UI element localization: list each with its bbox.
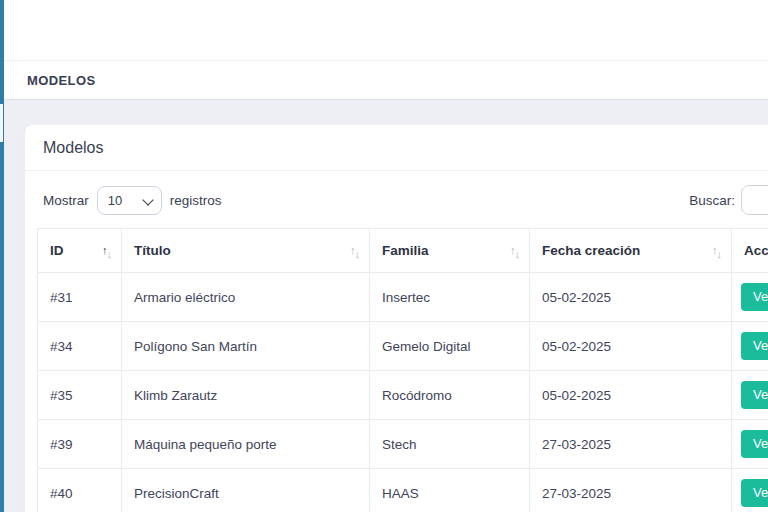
length-menu-label-after: registros bbox=[170, 193, 222, 208]
column-header-fecha[interactable]: Fecha creación ↑↓ bbox=[530, 229, 732, 273]
ver-button[interactable]: Ver bbox=[741, 479, 768, 507]
ver-button[interactable]: Ver bbox=[741, 283, 768, 311]
modelos-table: ID ↑↓ Título ↑↓ Familia ↑↓ bbox=[37, 228, 768, 512]
table-controls: Mostrar 10 registros Buscar: bbox=[37, 171, 768, 228]
page-length-select-wrap: 10 bbox=[97, 186, 162, 215]
sort-icons: ↑↓ bbox=[712, 244, 721, 255]
cell-fecha: 05-02-2025 bbox=[530, 371, 732, 420]
table-row: #31 Armario eléctrico Insertec 05-02-202… bbox=[38, 273, 768, 322]
breadcrumb-bar: MODELOS bbox=[4, 61, 768, 99]
table-row: #40 PrecisionCraft HAAS 27-03-2025 Ver bbox=[38, 469, 768, 512]
table-header-row: ID ↑↓ Título ↑↓ Familia ↑↓ bbox=[38, 229, 768, 273]
cell-familia: HAAS bbox=[370, 469, 530, 512]
sidebar-active-item-notch bbox=[0, 104, 3, 142]
search-label: Buscar: bbox=[689, 193, 735, 208]
column-header-id[interactable]: ID ↑↓ bbox=[38, 229, 122, 273]
page-title: MODELOS bbox=[27, 73, 96, 88]
card-body: Mostrar 10 registros Buscar: bbox=[25, 171, 768, 512]
table-row: #39 Máquina pequeño porte Stech 27-03-20… bbox=[38, 420, 768, 469]
cell-fecha: 27-03-2025 bbox=[530, 420, 732, 469]
cell-titulo: Klimb Zarautz bbox=[122, 371, 370, 420]
cell-familia: Gemelo Digital bbox=[370, 322, 530, 371]
cell-acciones: Ver bbox=[732, 371, 768, 420]
cell-id: #40 bbox=[38, 469, 122, 512]
sort-desc-icon: ↓ bbox=[355, 248, 360, 259]
cell-acciones: Ver bbox=[732, 273, 768, 322]
sort-desc-icon: ↓ bbox=[717, 248, 722, 259]
column-header-familia[interactable]: Familia ↑↓ bbox=[370, 229, 530, 273]
card-header: Modelos bbox=[25, 125, 768, 171]
sort-icons: ↑↓ bbox=[510, 244, 519, 255]
cell-titulo: Máquina pequeño porte bbox=[122, 420, 370, 469]
column-header-acciones: Acciones bbox=[732, 229, 768, 273]
topbar bbox=[4, 0, 768, 61]
modelos-card: Modelos Mostrar 10 registros bbox=[24, 124, 768, 512]
cell-titulo: Polígono San Martín bbox=[122, 322, 370, 371]
page-length-select[interactable]: 10 bbox=[98, 187, 161, 214]
cell-id: #34 bbox=[38, 322, 122, 371]
cell-acciones: Ver bbox=[732, 469, 768, 512]
ver-button[interactable]: Ver bbox=[741, 430, 768, 458]
content-area: Modelos Mostrar 10 registros bbox=[4, 99, 768, 512]
cell-acciones: Ver bbox=[732, 420, 768, 469]
search-group: Buscar: bbox=[689, 185, 768, 215]
cell-familia: Insertec bbox=[370, 273, 530, 322]
table-row: #34 Polígono San Martín Gemelo Digital 0… bbox=[38, 322, 768, 371]
ver-button[interactable]: Ver bbox=[741, 381, 768, 409]
length-menu-label-before: Mostrar bbox=[43, 193, 89, 208]
cell-fecha: 27-03-2025 bbox=[530, 469, 732, 512]
sort-icons: ↑↓ bbox=[102, 244, 111, 255]
length-menu: Mostrar 10 registros bbox=[43, 186, 222, 215]
cell-titulo: Armario eléctrico bbox=[122, 273, 370, 322]
sort-desc-icon: ↓ bbox=[107, 248, 112, 259]
search-input[interactable] bbox=[741, 185, 768, 215]
cell-familia: Stech bbox=[370, 420, 530, 469]
cell-acciones: Ver bbox=[732, 322, 768, 371]
column-header-titulo[interactable]: Título ↑↓ bbox=[122, 229, 370, 273]
cell-fecha: 05-02-2025 bbox=[530, 322, 732, 371]
sidebar-collapsed-strip bbox=[0, 0, 4, 512]
sort-icons: ↑↓ bbox=[350, 244, 359, 255]
sort-desc-icon: ↓ bbox=[515, 248, 520, 259]
cell-id: #31 bbox=[38, 273, 122, 322]
cell-fecha: 05-02-2025 bbox=[530, 273, 732, 322]
main-shell: MODELOS Modelos Mostrar 10 bbox=[4, 0, 768, 512]
cell-titulo: PrecisionCraft bbox=[122, 469, 370, 512]
cell-id: #35 bbox=[38, 371, 122, 420]
cell-id: #39 bbox=[38, 420, 122, 469]
card-title: Modelos bbox=[43, 139, 103, 156]
cell-familia: Rocódromo bbox=[370, 371, 530, 420]
table-row: #35 Klimb Zarautz Rocódromo 05-02-2025 V… bbox=[38, 371, 768, 420]
ver-button[interactable]: Ver bbox=[741, 332, 768, 360]
